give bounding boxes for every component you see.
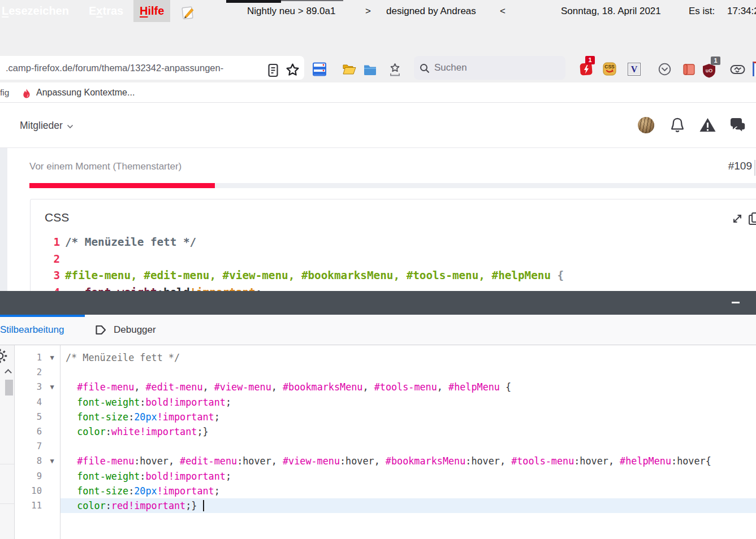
- line-number: 3: [15, 380, 42, 394]
- code-line[interactable]: 3#file-menu, #edit-menu, #view-menu, #bo…: [32, 267, 755, 284]
- pocket-icon[interactable]: [658, 63, 671, 76]
- nav-item-mitglieder[interactable]: Mitglieder: [20, 103, 74, 147]
- titlebar-time-label: Es ist:: [689, 0, 715, 23]
- code-line[interactable]: 11 color:red!important;}: [15, 498, 756, 513]
- code-line[interactable]: 7: [15, 439, 756, 454]
- fold-arrow-icon[interactable]: ▼: [46, 454, 58, 468]
- gear-icon[interactable]: [0, 348, 8, 364]
- code-text: font-weight:bold!important;: [66, 395, 231, 410]
- code-text: #file-menu, #edit-menu, #view-menu, #boo…: [66, 380, 511, 394]
- scroll-up-arrow-icon[interactable]: [5, 369, 12, 376]
- code-card-title: CSS: [45, 211, 69, 224]
- line-number: 8: [15, 454, 42, 468]
- devtools-panel: Stilbearbeitung Debugger 1▼/* Menüzeile …: [0, 291, 756, 539]
- tab-debugger[interactable]: Debugger: [94, 315, 156, 345]
- window-list-icon[interactable]: [313, 62, 326, 76]
- url-fade: [226, 56, 262, 79]
- scroll-extension-icon[interactable]: [682, 63, 696, 76]
- code-text: #file-menu:hover, #edit-menu:hover, #vie…: [66, 454, 711, 468]
- search-icon: [419, 63, 430, 74]
- line-number: 1: [32, 234, 60, 251]
- fold-arrow-icon[interactable]: ▼: [46, 380, 58, 394]
- code-line[interactable]: 1▼/* Menüzeile fett */: [15, 350, 756, 365]
- line-number: 4: [15, 395, 42, 410]
- star-tray-icon[interactable]: [388, 62, 402, 78]
- menu-item-hilfe[interactable]: Hilfe: [133, 0, 170, 22]
- line-number: 6: [15, 424, 42, 439]
- svg-text:uO: uO: [706, 68, 713, 73]
- ublock-badge: 1: [711, 56, 720, 65]
- forum-header: Mitglieder: [0, 103, 756, 148]
- code-line[interactable]: 4 font-weight:bold!important;: [15, 395, 756, 410]
- code-text: font-size:20px!important;: [66, 410, 220, 424]
- code-line[interactable]: 6 color:white!important;}: [15, 424, 756, 439]
- css-extension-icon[interactable]: CSS: [603, 62, 616, 76]
- code-line[interactable]: 1/* Menüzeile fett */: [32, 234, 755, 251]
- code-line[interactable]: 8▼ #file-menu:hover, #edit-menu:hover, #…: [15, 454, 756, 468]
- post-number-separator: [754, 160, 755, 176]
- blue-folder-icon[interactable]: [363, 62, 377, 76]
- code-line[interactable]: 5 font-size:20px!important;: [15, 410, 756, 424]
- reader-mode-icon[interactable]: [267, 63, 279, 78]
- tab-stilbearbeitung[interactable]: Stilbearbeitung: [0, 315, 85, 345]
- line-number: 2: [15, 365, 42, 380]
- v-extension-icon[interactable]: V: [628, 63, 641, 76]
- copy-icon[interactable]: [748, 212, 756, 225]
- chat-icon[interactable]: [729, 118, 746, 133]
- scrollbar-thumb[interactable]: [5, 380, 13, 395]
- post-meta[interactable]: Vor einem Moment (Themenstarter): [29, 161, 182, 172]
- line-number: 11: [15, 498, 42, 513]
- window-title-sep2: <: [500, 0, 506, 23]
- code-line[interactable]: 3▼ #file-menu, #edit-menu, #view-menu, #…: [15, 380, 756, 394]
- bookmark-star-icon[interactable]: [285, 62, 300, 77]
- window-title-author: designed by Andreas: [386, 0, 476, 23]
- code-text: color:white!important;}: [66, 424, 209, 439]
- gutter-border: [60, 345, 61, 539]
- warning-icon[interactable]: [699, 117, 716, 134]
- progress-track: [29, 183, 756, 188]
- open-folder-icon[interactable]: [342, 62, 356, 76]
- clipped-extension-icon[interactable]: [753, 62, 756, 76]
- bell-icon[interactable]: [669, 117, 685, 134]
- code-line[interactable]: 9 font-weight:bold!important;: [15, 469, 756, 484]
- line-number: 3: [32, 267, 60, 284]
- devtools-code-editor[interactable]: 1▼/* Menüzeile fett */23▼ #file-menu, #e…: [15, 350, 756, 513]
- bookmark-item-config[interactable]: fig: [0, 82, 9, 103]
- v-icon-letter: V: [628, 63, 641, 76]
- expand-icon[interactable]: [732, 213, 743, 224]
- stylesheet-pane: [0, 345, 15, 539]
- flash-badge: 1: [585, 56, 595, 64]
- code-text: font-weight:bold!important;: [66, 469, 231, 484]
- menu-item-extras[interactable]: Extras: [89, 0, 123, 22]
- chevron-down-icon: [67, 124, 74, 129]
- titlebar-date: Sonntag, 18. April 2021: [561, 0, 661, 23]
- list-separator: [0, 464, 14, 464]
- window-title-sep1: >: [365, 0, 371, 23]
- svg-text:CSS: CSS: [604, 64, 615, 69]
- list-separator: [0, 503, 14, 504]
- code-line[interactable]: 2: [32, 251, 755, 268]
- menu-item-lesezeichen[interactable]: Lesezeichen: [2, 0, 69, 22]
- bookmark-item-label: Anpassung Kontextme...: [36, 88, 135, 98]
- devtools-toolbar: [0, 291, 756, 315]
- fold-arrow-icon[interactable]: ▼: [46, 350, 58, 365]
- pencil-icon: [180, 5, 196, 20]
- handshake-icon[interactable]: [730, 63, 745, 76]
- code-line[interactable]: 10 font-size:20px!important;: [15, 484, 756, 498]
- bookmark-item-thread[interactable]: Anpassung Kontextme...: [21, 82, 135, 103]
- code-line[interactable]: 2: [15, 365, 756, 380]
- post-number[interactable]: #109: [701, 160, 752, 172]
- search-placeholder[interactable]: Suchen: [434, 56, 467, 80]
- line-number: 9: [15, 469, 42, 484]
- nav-item-label: Mitglieder: [20, 120, 63, 132]
- url-text[interactable]: .camp-firefox.de/forum/thema/132342-anpa…: [6, 56, 223, 80]
- code-text: color:red!important;}: [66, 498, 204, 513]
- window-title-version: Nightly neu > 89.0a1: [247, 0, 335, 23]
- minimize-icon[interactable]: [732, 302, 740, 303]
- avatar[interactable]: [638, 117, 654, 133]
- bookmarks-toolbar: fig Anpassung Kontextme...: [0, 82, 756, 103]
- flame-icon: [21, 87, 32, 99]
- ublock-icon[interactable]: uO: [702, 63, 716, 78]
- line-number: 7: [15, 439, 42, 454]
- tab-label: Stilbearbeitung: [0, 324, 64, 336]
